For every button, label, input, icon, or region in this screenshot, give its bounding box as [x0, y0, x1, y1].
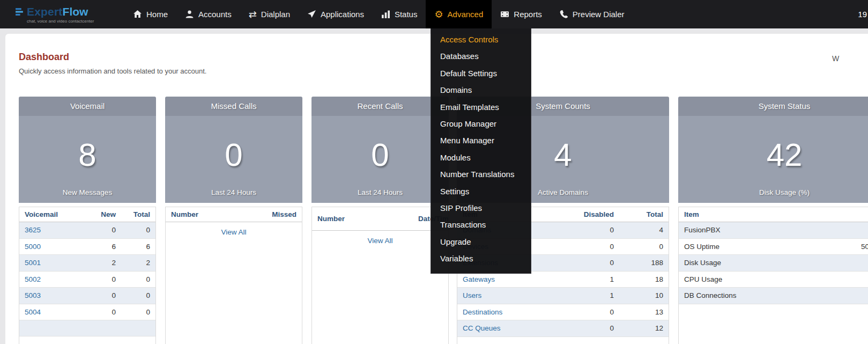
table-row: 5003 0 0 — [19, 288, 155, 304]
count-item-link[interactable]: Destinations — [463, 308, 502, 316]
advanced-dropdown-menu: Access Controls Databases Default Settin… — [431, 28, 531, 274]
count-item-link[interactable]: CC Queues — [463, 324, 501, 332]
recent-calls-summary: Recent Calls 0 Last 24 Hours — [311, 97, 449, 203]
column-header: Disabled — [570, 210, 619, 218]
menu-item-sip-profiles[interactable]: SIP Profiles — [431, 200, 531, 216]
count-item-link[interactable]: Gateways — [463, 275, 495, 283]
count-item-link[interactable]: Users — [463, 291, 481, 299]
menu-item-access-controls[interactable]: Access Controls — [431, 31, 531, 48]
view-all-link[interactable]: View All — [221, 228, 246, 236]
total-count: 13 — [619, 308, 669, 316]
transfer-arrows-icon: ⇄ — [249, 10, 257, 19]
logo-bars-icon — [15, 7, 24, 16]
disabled-count: 1 — [570, 291, 619, 299]
recent-calls-table: Number Date/Time View All — [311, 207, 449, 344]
card-caption: Last 24 Hours — [358, 188, 403, 196]
voicemail-extension-link[interactable]: 5003 — [25, 291, 41, 299]
missed-calls-table: Number Missed View All — [165, 207, 302, 344]
menu-item-upgrade[interactable]: Upgrade — [431, 233, 531, 250]
table-row: 5001 2 2 — [19, 255, 155, 272]
voicemail-summary: Voicemail 8 New Messages — [19, 97, 156, 203]
card-title: System Status — [678, 97, 868, 116]
menu-item-number-translations[interactable]: Number Translations — [431, 166, 531, 182]
menu-item-settings[interactable]: Settings — [431, 183, 531, 200]
nav-item-preview-dialer[interactable]: Preview Dialer — [551, 0, 633, 28]
total-count: 10 — [619, 291, 669, 299]
table-row: CC Queues 0 12 — [457, 320, 669, 337]
voicemail-extension-link[interactable]: 3625 — [25, 226, 41, 234]
total-count: 18 — [619, 275, 669, 283]
menu-item-modules[interactable]: Modules — [431, 149, 531, 166]
total-count: 0 — [121, 308, 155, 316]
voicemail-count: 8 — [78, 121, 96, 188]
card-caption: Last 24 Hours — [211, 188, 256, 196]
card-caption: New Messages — [63, 188, 112, 196]
nav-label: Reports — [514, 10, 542, 19]
menu-item-domains[interactable]: Domains — [431, 82, 531, 98]
menu-item-variables[interactable]: Variables — [431, 250, 531, 267]
nav-item-accounts[interactable]: Accounts — [176, 0, 240, 28]
nav-label: Accounts — [198, 10, 232, 19]
total-count: 4 — [619, 226, 669, 234]
total-count: 0 — [121, 291, 155, 299]
nav-item-status[interactable]: Status — [373, 0, 426, 28]
menu-item-databases[interactable]: Databases — [431, 48, 531, 64]
missed-calls-summary: Missed Calls 0 Last 24 Hours — [165, 97, 302, 203]
total-count: 6 — [121, 243, 155, 251]
column-header: Total — [121, 210, 155, 218]
voicemail-extension-link[interactable]: 5000 — [25, 243, 41, 251]
nav-label: Advanced — [448, 10, 484, 19]
total-count: 0 — [619, 243, 669, 251]
nav-item-dialplan[interactable]: ⇄ Dialplan — [240, 0, 299, 28]
new-count: 6 — [86, 243, 121, 251]
nav-item-applications[interactable]: Applications — [299, 0, 373, 28]
table-row: Users 1 10 — [457, 288, 669, 304]
table-row: Destinations 0 13 — [457, 304, 669, 321]
table-row: 5000 6 6 — [19, 239, 155, 255]
report-icon — [500, 10, 509, 19]
disabled-count: 0 — [570, 308, 619, 316]
menu-item-email-templates[interactable]: Email Templates — [431, 99, 531, 115]
brand-name-flow: Flow — [63, 5, 88, 18]
system-status-summary: System Status 42 Disk Usage (%) — [678, 97, 868, 203]
disabled-count: 0 — [570, 324, 619, 332]
status-item-label: DB Connections — [679, 291, 856, 299]
brand-logo[interactable]: ExpertFlow chat, voice and video contact… — [0, 5, 124, 24]
brand-tagline: chat, voice and video contactcenter — [27, 19, 124, 24]
total-count: 0 — [121, 226, 155, 234]
nav-item-home[interactable]: Home — [124, 0, 176, 28]
card-title: Missed Calls — [165, 97, 302, 116]
nav-item-advanced[interactable]: ⚙ Advanced — [426, 0, 492, 28]
new-count: 0 — [86, 275, 121, 283]
table-row: 5002 0 0 — [19, 272, 155, 288]
voicemail-extension-link[interactable]: 5002 — [25, 275, 41, 283]
voicemail-extension-link[interactable]: 5001 — [25, 259, 41, 267]
menu-item-menu-manager[interactable]: Menu Manager — [431, 132, 531, 149]
table-header-row: Number Date/Time — [312, 207, 448, 231]
menu-item-default-settings[interactable]: Default Settings — [431, 65, 531, 82]
missed-calls-card: Missed Calls 0 Last 24 Hours Number Miss… — [165, 97, 302, 344]
voicemail-card: Voicemail 8 New Messages Voicemail New T… — [19, 97, 156, 344]
table-row: DB Connections — [679, 288, 868, 304]
menu-item-group-manager[interactable]: Group Manager — [431, 115, 531, 132]
new-count: 2 — [86, 259, 121, 267]
view-all-link[interactable]: View All — [367, 237, 392, 245]
column-header: New — [86, 210, 121, 218]
table-row: OS Uptime 50 — [679, 239, 868, 255]
menu-item-transactions[interactable]: Transactions — [431, 216, 531, 233]
new-count: 0 — [86, 291, 121, 299]
disabled-count: 1 — [570, 275, 619, 283]
card-body: 8 New Messages — [19, 116, 156, 203]
phone-icon — [559, 10, 568, 19]
system-status-table: Item FusionPBX OS Uptime 50 Disk Usage C… — [678, 207, 868, 344]
table-row: FusionPBX — [679, 222, 868, 239]
active-domains-count: 4 — [554, 121, 572, 188]
voicemail-extension-link[interactable]: 5004 — [25, 308, 41, 316]
bar-chart-icon — [381, 10, 390, 19]
column-header: Voicemail — [19, 210, 86, 218]
card-caption: Active Domains — [538, 188, 588, 196]
nav-item-reports[interactable]: Reports — [492, 0, 551, 28]
card-title: Recent Calls — [311, 97, 449, 116]
column-header: Number — [166, 210, 264, 218]
total-count: 0 — [121, 275, 155, 283]
